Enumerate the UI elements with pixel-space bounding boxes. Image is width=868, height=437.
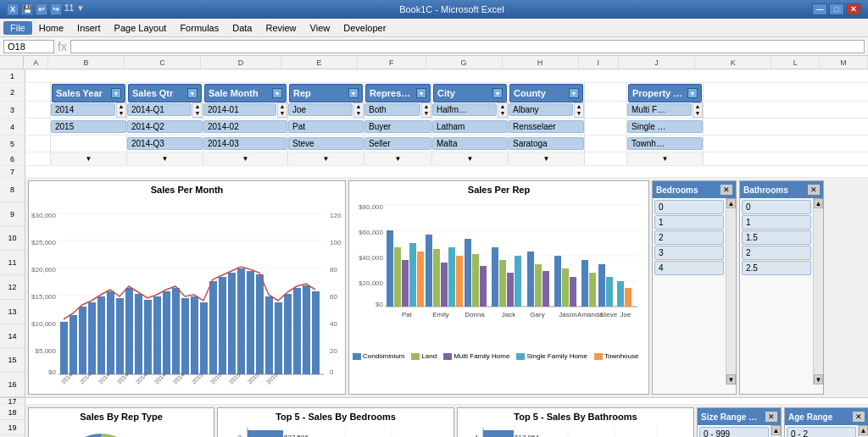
filter-rep-header[interactable]: Rep ▼: [289, 84, 363, 102]
filter-item-seller[interactable]: Seller: [364, 137, 431, 150]
minimize-btn[interactable]: —: [812, 3, 827, 15]
menu-home[interactable]: Home: [32, 21, 70, 35]
filter-item-saratoga[interactable]: Saratoga: [509, 137, 584, 150]
col-header-a[interactable]: A: [24, 56, 47, 69]
filter-sales-year-btn[interactable]: ▼: [111, 88, 121, 98]
slicer-bedroom-1[interactable]: 1: [654, 215, 724, 230]
menu-review[interactable]: Review: [259, 21, 303, 35]
name-box[interactable]: [3, 40, 54, 53]
col-header-b[interactable]: B: [48, 56, 125, 69]
filter-represents-header[interactable]: Repres… ▼: [365, 84, 431, 102]
slicer-size-scroll-up[interactable]: ▲: [771, 425, 781, 435]
slicer-size-clear[interactable]: ✕: [765, 412, 777, 422]
filter-item-albany[interactable]: Albany: [509, 103, 573, 116]
scroll-down-qtr[interactable]: ▼: [193, 110, 202, 117]
slicer-bathroom-1[interactable]: 1: [742, 215, 811, 230]
filter-city-btn[interactable]: ▼: [492, 88, 503, 98]
filter-item-2014-q1[interactable]: 2014-Q1: [127, 103, 192, 116]
filter-sales-qtr-btn[interactable]: ▼: [187, 88, 198, 98]
scroll-up-rep[interactable]: ▲: [354, 103, 363, 110]
filter-rep-btn[interactable]: ▼: [348, 88, 359, 98]
col-header-e[interactable]: E: [281, 56, 358, 69]
filter-item-2014-03[interactable]: 2014-03: [203, 137, 287, 150]
filter-item-multifamily[interactable]: Multi F…: [627, 103, 692, 116]
formula-input[interactable]: [70, 40, 865, 53]
slicer-age-clear[interactable]: ✕: [853, 412, 865, 422]
menu-view[interactable]: View: [303, 21, 337, 35]
filter-city-header[interactable]: City ▼: [433, 84, 507, 102]
menu-insert[interactable]: Insert: [70, 21, 108, 35]
slicer-bedrooms-scroll-down[interactable]: ▼: [726, 374, 736, 384]
scroll-down-rep-row6[interactable]: ▼: [288, 152, 364, 165]
slicer-size-0-999[interactable]: 0 - 999: [699, 427, 769, 437]
filter-item-pat[interactable]: Pat: [288, 120, 364, 133]
scroll-down-month-row6[interactable]: ▼: [203, 152, 288, 165]
scroll-up-city[interactable]: ▲: [498, 103, 507, 110]
scroll-down-rep[interactable]: ▼: [354, 110, 363, 117]
slicer-bathroom-2[interactable]: 2: [742, 246, 811, 260]
filter-item-buyer[interactable]: Buyer: [364, 120, 431, 133]
slicer-bedrooms-clear[interactable]: ✕: [721, 185, 732, 195]
filter-item-2015[interactable]: 2015: [51, 120, 126, 133]
filter-county-header[interactable]: County ▼: [509, 84, 583, 102]
quick-access-save[interactable]: 💾: [21, 3, 33, 15]
menu-file[interactable]: File: [3, 21, 32, 35]
filter-item-2014-q2[interactable]: 2014-Q2: [127, 120, 203, 133]
col-header-m[interactable]: M: [820, 56, 868, 69]
filter-item-2014[interactable]: 2014: [51, 103, 115, 116]
scroll-up-qtr[interactable]: ▲: [193, 103, 202, 110]
slicer-age-scroll-up[interactable]: ▲: [859, 425, 868, 435]
scroll-down-month[interactable]: ▼: [278, 110, 287, 117]
close-btn[interactable]: ✕: [846, 3, 861, 15]
filter-property-btn[interactable]: ▼: [687, 88, 698, 98]
filter-item-2014-q3[interactable]: 2014-Q3: [127, 137, 203, 150]
filter-sale-month-btn[interactable]: ▼: [272, 88, 282, 98]
col-header-i[interactable]: I: [579, 56, 619, 69]
filter-represents-btn[interactable]: ▼: [416, 88, 426, 98]
scroll-down-city[interactable]: ▼: [498, 110, 507, 117]
slicer-bedroom-2[interactable]: 2: [654, 230, 724, 245]
slicer-bathroom-15[interactable]: 1.5: [742, 230, 811, 245]
slicer-bathrooms-scroll-up[interactable]: ▲: [814, 198, 823, 208]
filter-item-halfmoon[interactable]: Halfm…: [432, 103, 497, 116]
col-header-f[interactable]: F: [358, 56, 426, 69]
filter-sales-year-header[interactable]: Sales Year ▼: [52, 84, 125, 102]
col-header-h[interactable]: H: [503, 56, 579, 69]
scroll-up-property[interactable]: ▲: [693, 103, 702, 110]
scroll-down-year[interactable]: ▼: [117, 110, 125, 117]
filter-property-header[interactable]: Property … ▼: [628, 84, 702, 102]
scroll-down-county-row6[interactable]: ▼: [509, 152, 585, 165]
col-header-j[interactable]: J: [619, 56, 695, 69]
slicer-bathroom-25[interactable]: 2.5: [742, 261, 811, 275]
menu-developer[interactable]: Developer: [337, 21, 392, 35]
scroll-down-property-row6[interactable]: ▼: [627, 152, 704, 165]
scroll-down-rep-type[interactable]: ▼: [422, 110, 431, 117]
quick-access-undo[interactable]: ↩: [36, 3, 47, 15]
col-header-c[interactable]: C: [125, 56, 201, 69]
filter-item-both[interactable]: Both: [364, 103, 420, 116]
scroll-down-city-row6[interactable]: ▼: [432, 152, 509, 165]
scroll-down-county[interactable]: ▼: [575, 110, 583, 117]
maximize-btn[interactable]: □: [829, 3, 844, 15]
scroll-up-county[interactable]: ▲: [575, 103, 583, 110]
filter-item-steve[interactable]: Steve: [288, 137, 364, 150]
filter-county-btn[interactable]: ▼: [569, 88, 579, 98]
filter-item-joe[interactable]: Joe: [288, 103, 353, 116]
filter-item-2014-01[interactable]: 2014-01: [203, 103, 276, 116]
filter-item-latham[interactable]: Latham: [432, 120, 508, 133]
menu-formulas[interactable]: Formulas: [173, 21, 225, 35]
col-header-l[interactable]: L: [771, 56, 820, 69]
filter-item-townhouse[interactable]: Townh…: [627, 137, 703, 150]
col-header-k[interactable]: K: [695, 56, 771, 69]
filter-item-rensselaer[interactable]: Rensselaer: [509, 120, 584, 133]
menu-page-layout[interactable]: Page Layout: [108, 21, 174, 35]
col-header-g[interactable]: G: [426, 56, 503, 69]
col-header-d[interactable]: D: [201, 56, 281, 69]
filter-item-single[interactable]: Single …: [627, 120, 703, 133]
filter-item-malta[interactable]: Malta: [432, 137, 508, 150]
slicer-age-0-2[interactable]: 0 - 2: [787, 427, 856, 437]
scroll-up-rep-type[interactable]: ▲: [422, 103, 431, 110]
slicer-bathrooms-scroll-down[interactable]: ▼: [814, 374, 823, 384]
slicer-bedroom-0[interactable]: 0: [654, 200, 724, 214]
filter-item-2014-02[interactable]: 2014-02: [203, 120, 287, 133]
